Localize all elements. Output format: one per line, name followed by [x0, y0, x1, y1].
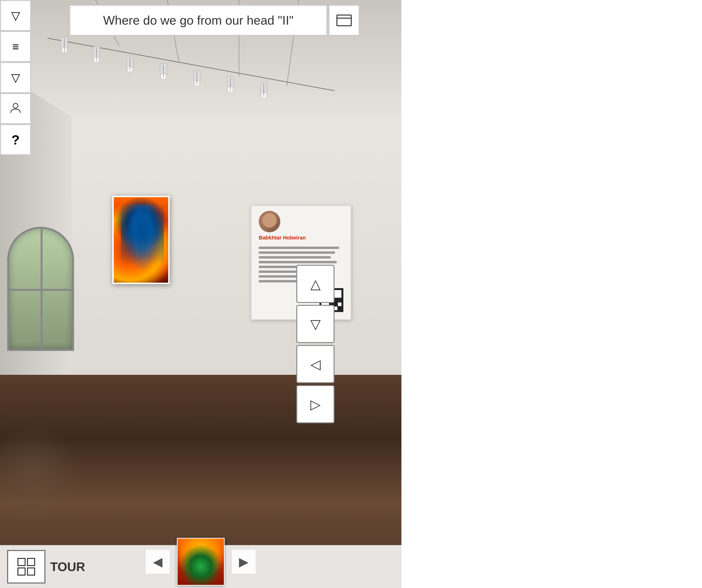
right-empty-area — [401, 0, 702, 588]
help-button[interactable]: ? — [0, 124, 31, 155]
main-painting[interactable] — [112, 196, 169, 284]
next-thumbnail-button[interactable]: ▶ — [232, 550, 256, 574]
thumbnail-navigation: ◀ ▶ — [146, 538, 256, 586]
svg-rect-29 — [18, 558, 25, 566]
nav-right-button[interactable]: ▷ — [296, 385, 335, 423]
thumbnail-image[interactable] — [177, 538, 225, 586]
tour-label: TOUR — [50, 560, 85, 574]
grid-icon — [17, 557, 36, 576]
dropdown-icon: ▽ — [11, 9, 20, 22]
expand-icon — [336, 14, 352, 27]
bottom-bar: TOUR ◀ ▶ — [0, 545, 401, 588]
left-sidebar: ▽ ≡ ▽ ? — [0, 0, 31, 155]
svg-rect-30 — [27, 558, 35, 566]
svg-point-26 — [13, 103, 18, 108]
right-arrow-icon: ▷ — [310, 397, 321, 412]
bio-line-4 — [259, 261, 337, 263]
title-box: Where do we go from our head "II" — [69, 5, 327, 36]
artist-face — [262, 213, 277, 228]
artist-name: Babkhtar Hobeiran — [259, 235, 343, 241]
nav-left-button[interactable]: ◁ — [296, 345, 335, 383]
nav-up-button[interactable]: △ — [296, 265, 335, 303]
expand-button[interactable] — [329, 5, 360, 36]
svg-rect-31 — [18, 568, 25, 575]
painting-figure — [121, 204, 164, 278]
arched-window — [7, 227, 74, 351]
help-icon: ? — [11, 132, 20, 148]
menu-button[interactable]: ≡ — [0, 31, 31, 62]
prev-thumbnail-button[interactable]: ◀ — [146, 550, 169, 574]
menu-icon: ≡ — [12, 40, 19, 53]
left-arrow-icon: ◁ — [310, 356, 321, 372]
up-arrow-icon: △ — [310, 276, 321, 292]
grid-button[interactable] — [7, 550, 45, 583]
bio-line-3 — [259, 256, 331, 259]
navigation-buttons: △ ▽ ◁ ▷ — [296, 265, 335, 423]
next-arrow-icon: ▶ — [239, 555, 248, 569]
prev-arrow-icon: ◀ — [153, 555, 162, 569]
bio-line-2 — [259, 251, 335, 254]
svg-rect-27 — [337, 15, 351, 26]
location-icon: ▽ — [11, 71, 20, 84]
user-button[interactable] — [0, 93, 31, 124]
nav-down-button[interactable]: ▽ — [296, 305, 335, 343]
gallery-scene: Babkhtar Hobeiran — [0, 0, 401, 588]
down-arrow-icon: ▽ — [310, 316, 321, 332]
dropdown-button[interactable]: ▽ — [0, 0, 31, 31]
window-cross-vertical — [41, 229, 42, 349]
bio-line-1 — [259, 247, 339, 249]
location-button[interactable]: ▽ — [0, 62, 31, 93]
artist-photo — [259, 211, 280, 232]
page-title: Where do we go from our head "II" — [103, 13, 294, 27]
user-icon — [10, 102, 21, 116]
svg-rect-32 — [27, 568, 35, 575]
gallery-viewport: Babkhtar Hobeiran — [0, 0, 401, 588]
